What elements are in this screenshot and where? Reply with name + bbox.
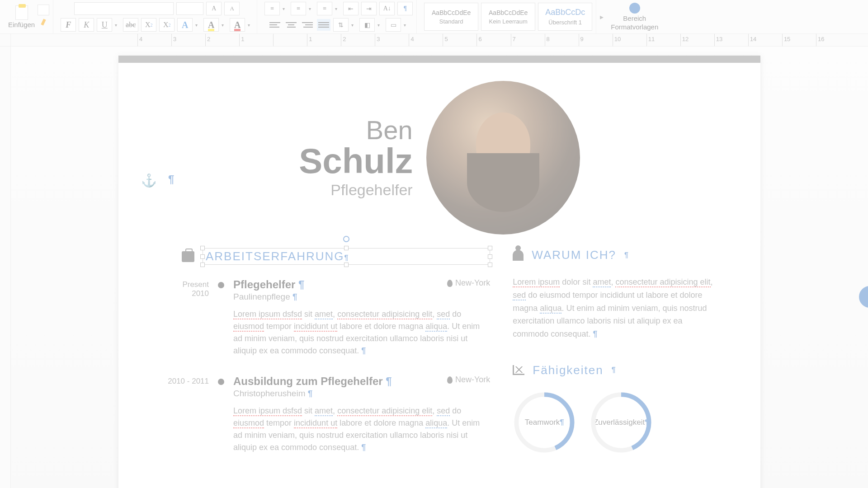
multilevel-button[interactable]: ≡ (317, 2, 332, 15)
spacing-dd[interactable]: ▾ (351, 23, 357, 28)
font-color-dropdown[interactable]: ▾ (248, 23, 253, 28)
pilcrow-icon: ¶ (624, 251, 628, 259)
resize-handle[interactable] (488, 246, 492, 250)
copy-button[interactable] (38, 5, 49, 15)
font-family-select[interactable] (74, 2, 174, 15)
exp-description: Lorem ipsum dsfsd sit amet, consectetur … (233, 308, 490, 357)
anchor-icon: ⚓ (141, 173, 157, 188)
canvas[interactable]: ⚓ ¶ Ben Schulz Pflegehelfer (11, 47, 868, 488)
styles-more-button[interactable]: ▸ (600, 13, 604, 21)
sort-button[interactable]: A↓ (379, 2, 395, 15)
numbering-button[interactable]: ≡ (291, 2, 306, 15)
styles-pane-group: Bereich Formatvorlagen (607, 0, 662, 33)
borders-dd[interactable]: ▾ (404, 23, 409, 28)
why-text[interactable]: Lorem ipsum dolor sit amet, consectetur … (513, 276, 720, 341)
pane-label-1: Bereich (623, 14, 646, 22)
ruler-bar: 432112345678910111213141516 (0, 34, 868, 47)
font-size-select[interactable] (176, 2, 203, 15)
shading-dd[interactable]: ▾ (377, 23, 383, 28)
align-left-button[interactable] (268, 19, 282, 31)
right-column: WARUM ICH?¶ Lorem ipsum dolor sit amet, … (513, 248, 720, 472)
align-right-button[interactable] (301, 19, 314, 31)
align-justify-button[interactable] (317, 19, 330, 31)
resize-handle[interactable] (200, 246, 205, 250)
align-center-button[interactable] (284, 19, 298, 31)
line-spacing-button[interactable]: ⇅ (333, 18, 349, 32)
skills-heading: Fähigkeiten¶ (513, 363, 720, 377)
font-color-button[interactable]: A (230, 18, 245, 32)
resize-handle[interactable] (488, 254, 492, 259)
subscript-button[interactable]: X2 (141, 18, 156, 32)
styles-pane-button[interactable]: Bereich Formatvorlagen (611, 3, 658, 31)
clipboard-group: Einfügen (5, 0, 53, 33)
text-effect-dropdown[interactable]: ▾ (195, 23, 201, 28)
page-top-bar (118, 56, 760, 63)
resize-handle[interactable] (488, 263, 492, 267)
name-block: Ben Schulz Pflegehelfer (299, 117, 417, 199)
pane-icon (629, 3, 640, 14)
why-title[interactable]: WARUM ICH? (532, 248, 616, 262)
style-card[interactable]: AaBbCcDdEeKein Leerraum (481, 3, 535, 31)
resize-handle[interactable] (200, 263, 205, 267)
numbering-dd[interactable]: ▾ (309, 6, 314, 11)
pilcrow-icon: ¶ (344, 254, 349, 262)
multilevel-dd[interactable]: ▾ (335, 6, 340, 11)
text-effect-button[interactable]: A (177, 18, 193, 32)
paste-icon (15, 5, 28, 20)
experience-entry[interactable]: Present2010New-YorkPflegehelfer ¶Pauline… (159, 278, 490, 357)
style-card[interactable]: AaBbCcDcÜberschrift 1 (538, 3, 592, 31)
show-marks-button[interactable]: ¶ (397, 2, 413, 15)
document-page[interactable]: ⚓ ¶ Ben Schulz Pflegehelfer (118, 56, 760, 488)
experience-title[interactable]: ARBEITSERFAHRUNG (206, 249, 344, 263)
resize-handle[interactable] (344, 246, 349, 250)
shading-button[interactable]: ◧ (359, 18, 375, 32)
paste-label: Einfügen (8, 21, 35, 28)
paste-button[interactable]: Einfügen (8, 5, 35, 28)
skills-title[interactable]: Fähigkeiten (533, 363, 603, 377)
borders-button[interactable]: ▭ (386, 18, 401, 32)
grow-font-button[interactable]: A (206, 2, 222, 15)
superscript-button[interactable]: X2 (159, 18, 175, 32)
vertical-ruler[interactable] (0, 47, 11, 488)
resize-handle[interactable] (344, 263, 349, 267)
styles-group: AaBbCcDdEeStandardAaBbCcDdEeKein Leerrau… (420, 0, 596, 33)
avatar-wrap (426, 81, 580, 235)
bullets-dd[interactable]: ▾ (283, 6, 288, 11)
timeline-dot (218, 379, 224, 385)
bullets-button[interactable]: ≡ (264, 2, 280, 15)
italic-button[interactable]: K (79, 18, 94, 32)
underline-dropdown[interactable]: ▾ (115, 23, 120, 28)
exp-subtitle: Christopherusheim ¶ (233, 389, 490, 399)
job-title[interactable]: Pflegehelfer (299, 181, 412, 199)
highlight-dropdown[interactable]: ▾ (222, 23, 227, 28)
pin-icon (447, 280, 453, 287)
style-card[interactable]: AaBbCcDdEeStandard (424, 3, 478, 31)
bold-button[interactable]: F (61, 18, 76, 32)
underline-button[interactable]: U (97, 18, 112, 32)
exp-location: New-York (447, 278, 490, 288)
briefcase-icon (182, 251, 194, 262)
strikethrough-button[interactable]: abc (123, 18, 138, 32)
resize-handle[interactable] (200, 254, 205, 259)
content-columns: ARBEITSERFAHRUNG¶ Present2010New-YorkPfl… (159, 248, 720, 472)
why-heading: WARUM ICH?¶ (513, 248, 720, 262)
last-name[interactable]: Schulz (299, 143, 412, 178)
profile-photo[interactable] (426, 81, 580, 235)
increase-indent-button[interactable]: ⇥ (361, 2, 377, 15)
shrink-font-button[interactable]: A (224, 2, 240, 15)
skill-ring: Teamwork¶ (513, 391, 576, 454)
highlight-button[interactable]: A (203, 18, 219, 32)
skill-rings: Teamwork¶Zuverlässigkeit¶ (513, 391, 720, 454)
decrease-indent-button[interactable]: ⇤ (343, 2, 359, 15)
experience-entry[interactable]: 2010 - 2011New-YorkAusbildung zum Pflege… (159, 375, 490, 454)
person-icon (513, 250, 524, 261)
exp-description: Lorem ipsum dsfsd sit amet, consectetur … (233, 405, 490, 454)
pilcrow-icon: ¶ (612, 366, 616, 374)
horizontal-ruler[interactable]: 432112345678910111213141516 (11, 34, 868, 46)
rotate-handle[interactable] (343, 236, 349, 242)
ruler-corner[interactable] (0, 34, 11, 46)
selected-textbox[interactable]: ARBEITSERFAHRUNG¶ (203, 248, 490, 265)
first-name[interactable]: Ben (299, 117, 412, 143)
format-painter-button[interactable] (38, 18, 49, 29)
floating-action-button[interactable] (859, 286, 868, 308)
